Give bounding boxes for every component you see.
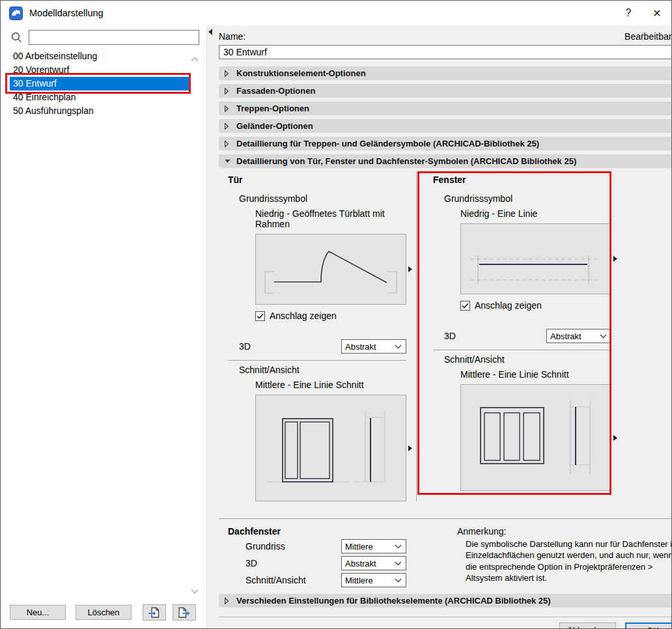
door-3d-row: 3D Abstrakt: [219, 339, 406, 354]
skylight-3d-label: 3D: [245, 558, 257, 568]
section-konstruktionselement[interactable]: Konstruktionselement-Optionen: [219, 66, 672, 80]
door-section-preview: [255, 395, 406, 501]
chevron-down-icon: [395, 544, 402, 549]
chevron-right-icon: [225, 88, 231, 94]
chevron-down-icon: [395, 561, 402, 566]
sections: Konstruktionselement-Optionen Fassaden-O…: [219, 66, 672, 168]
section-gelaender[interactable]: Geländer-Optionen: [219, 119, 672, 133]
door-anschlag-checkbox-checked[interactable]: [255, 311, 265, 321]
dialog-body: 00 Arbeitseinstellung 20 Vorentwurf 30 E…: [1, 25, 671, 628]
skylight-3d-row: 3D Abstrakt: [219, 556, 406, 570]
detail-tuer-fenster-content: Tür Grundrisssymbol Niedrig - Geöffnetes…: [219, 172, 672, 501]
window-3d-select[interactable]: Abstrakt: [546, 329, 611, 343]
left-panel: 00 Arbeitseinstellung 20 Vorentwurf 30 E…: [1, 25, 206, 628]
window-section-option: Mittlere - Eine Linie Schnitt: [460, 369, 672, 380]
note-block: Anmerkung: Die symbolische Darstellung k…: [457, 526, 672, 587]
export-document-icon: [177, 606, 191, 619]
skylight-section-label: Schnitt/Ansicht: [245, 575, 306, 585]
export-button[interactable]: [173, 604, 196, 621]
section-detail-tuer-fenster[interactable]: Detaillierung von Tür, Fenster und Dachf…: [219, 154, 672, 168]
import-document-icon: [147, 606, 161, 619]
list-item-selected[interactable]: 30 Entwurf: [10, 77, 189, 91]
chevron-right-icon: [225, 598, 231, 604]
ok-button[interactable]: OK: [625, 622, 672, 629]
window-plan-label: Grundrisssymbol: [444, 193, 672, 204]
window-column: Fenster Grundrisssymbol Niedrig - Eine L…: [416, 172, 672, 501]
name-input[interactable]: [219, 45, 672, 59]
door-plan-preview: [255, 234, 406, 305]
list-item[interactable]: 00 Arbeitseinstellung: [10, 49, 189, 63]
skylight-section-select[interactable]: Mittlere: [341, 573, 406, 587]
list-item[interactable]: 20 Vorentwurf: [10, 63, 189, 77]
door-3d-label: 3D: [239, 341, 251, 352]
window-3d-label: 3D: [444, 331, 456, 341]
window-anschlag-checkbox-checked[interactable]: [460, 301, 470, 311]
door-section-label: Schnitt/Ansicht: [239, 365, 416, 375]
chevron-down-icon: [600, 334, 607, 339]
model-view-options-dialog: Modelldarstellung ? ✕ 00 Arbeitseinstell…: [0, 0, 672, 629]
door-title: Tür: [228, 175, 416, 185]
skylight-block: Dachfenster Grundriss Mittlere 3D Abstra…: [219, 526, 672, 587]
door-plan-flyout-icon[interactable]: [408, 266, 412, 272]
divider: [433, 350, 611, 350]
dialog-title: Modelldarstellung: [29, 8, 104, 18]
window-3d-row: 3D Abstrakt: [424, 329, 611, 343]
collapse-panel-icon[interactable]: [208, 26, 214, 34]
search-row: [10, 30, 199, 45]
chevron-down-icon: [225, 159, 231, 163]
section-detail-treppen-gelaender[interactable]: Detaillierung für Treppen- und Geländers…: [219, 137, 672, 150]
window-anschlag-row: Anschlag zeigen: [460, 300, 672, 311]
view-options-list: 00 Arbeitseinstellung 20 Vorentwurf 30 E…: [10, 49, 189, 118]
window-plan-preview: [460, 223, 611, 294]
cancel-button[interactable]: Abbrechen: [559, 622, 616, 629]
window-plan-flyout-icon[interactable]: [613, 256, 617, 262]
section-fassaden[interactable]: Fassaden-Optionen: [219, 84, 672, 98]
skylight-column: Dachfenster Grundriss Mittlere 3D Abstra…: [219, 526, 416, 587]
skylight-plan-select[interactable]: Mittlere: [341, 539, 406, 553]
skylight-plan-row: Grundriss Mittlere: [219, 539, 406, 553]
list-item[interactable]: 50 Ausführungsplan: [10, 104, 189, 118]
door-3d-select[interactable]: Abstrakt: [341, 339, 406, 354]
section-treppen[interactable]: Treppen-Optionen: [219, 102, 672, 115]
close-button[interactable]: ✕: [643, 3, 671, 23]
divider: [228, 360, 406, 361]
new-button[interactable]: Neu...: [10, 605, 66, 620]
window-section-flyout-icon[interactable]: [613, 435, 617, 441]
sections-bottom: Verschieden Einstellungen für Bibliothek…: [219, 594, 672, 608]
help-button[interactable]: ?: [614, 3, 643, 23]
section-verschieden-einstellungen[interactable]: Verschieden Einstellungen für Bibliothek…: [219, 594, 672, 608]
chevron-right-icon: [225, 123, 231, 130]
chevron-right-icon: [225, 105, 231, 112]
editable-count: Bearbeitbar: 1: [624, 31, 672, 42]
search-input[interactable]: [29, 30, 199, 45]
chevron-down-icon: [395, 344, 402, 349]
door-plan-option: Niedrig - Geöffnetes Türblatt mit Rahmen: [255, 208, 416, 229]
name-label: Name:: [219, 31, 245, 42]
chevron-down-icon: [395, 578, 402, 583]
window-section-preview: [460, 384, 611, 491]
scroll-up-icon[interactable]: [191, 53, 199, 64]
skylight-title: Dachfenster: [228, 526, 416, 537]
skylight-section-row: Schnitt/Ansicht Mittlere: [219, 573, 406, 587]
skylight-3d-select[interactable]: Abstrakt: [341, 556, 406, 570]
footer-buttons: Abbrechen OK: [207, 622, 672, 629]
window-section-label: Schnitt/Ansicht: [444, 354, 672, 365]
archicad-logo-icon: [9, 7, 23, 20]
note-title: Anmerkung:: [457, 526, 672, 537]
divider: [219, 518, 672, 519]
door-section-flyout-icon[interactable]: [408, 445, 412, 451]
window-anschlag-label: Anschlag zeigen: [475, 300, 542, 311]
import-button[interactable]: [143, 604, 166, 621]
name-row: Name: Bearbeitbar: 1: [207, 25, 672, 42]
door-section-option: Mittlere - Eine Linie Schnitt: [255, 380, 416, 390]
list-actions: Neu... Löschen: [10, 604, 196, 621]
delete-button[interactable]: Löschen: [76, 605, 132, 620]
list-item[interactable]: 40 Einreichplan: [10, 91, 189, 104]
door-column: Tür Grundrisssymbol Niedrig - Geöffnetes…: [219, 172, 416, 501]
door-plan-label: Grundrisssymbol: [239, 193, 416, 204]
note-text: Die symbolische Darstellung kann nur für…: [466, 538, 672, 584]
window-plan-option: Niedrig - Eine Linie: [460, 208, 672, 219]
scroll-down-icon[interactable]: [191, 585, 199, 596]
search-icon: [10, 31, 23, 44]
chevron-right-icon: [225, 70, 231, 77]
